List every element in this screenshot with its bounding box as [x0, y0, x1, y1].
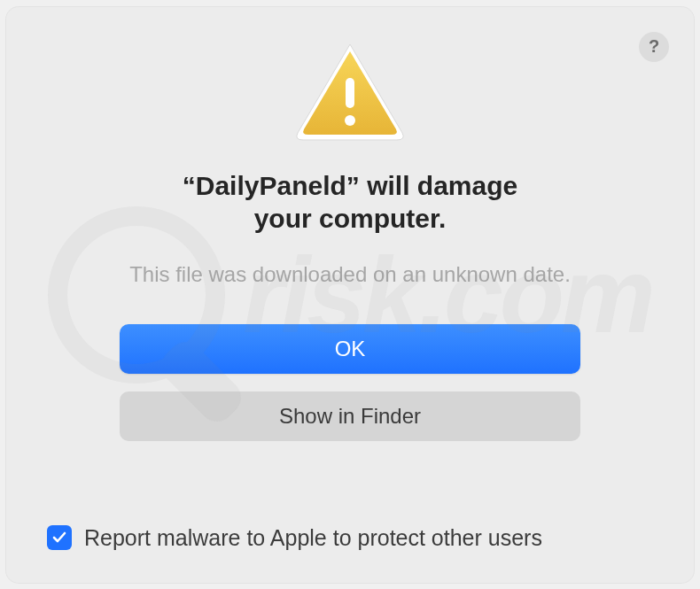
- help-button[interactable]: ?: [639, 32, 669, 62]
- warning-icon: [292, 41, 408, 143]
- show-in-finder-button[interactable]: Show in Finder: [120, 391, 580, 441]
- title-line-1: “DailyPaneld” will damage: [183, 169, 517, 203]
- button-group: OK Show in Finder: [120, 324, 580, 441]
- ok-button[interactable]: OK: [120, 324, 580, 374]
- svg-rect-0: [346, 78, 354, 108]
- dialog-title: “DailyPaneld” will damage your computer.: [183, 169, 517, 236]
- svg-point-1: [345, 115, 355, 126]
- report-checkbox[interactable]: [47, 525, 72, 550]
- report-checkbox-label: Report malware to Apple to protect other…: [84, 525, 542, 551]
- dialog-subtitle: This file was downloaded on an unknown d…: [129, 262, 571, 287]
- alert-dialog: risk.com ? “DailyPaneld” will damage you…: [6, 7, 694, 583]
- report-checkbox-row: Report malware to Apple to protect other…: [47, 525, 542, 551]
- checkmark-icon: [51, 530, 67, 546]
- title-line-2: your computer.: [183, 202, 517, 236]
- help-icon: ?: [649, 36, 659, 57]
